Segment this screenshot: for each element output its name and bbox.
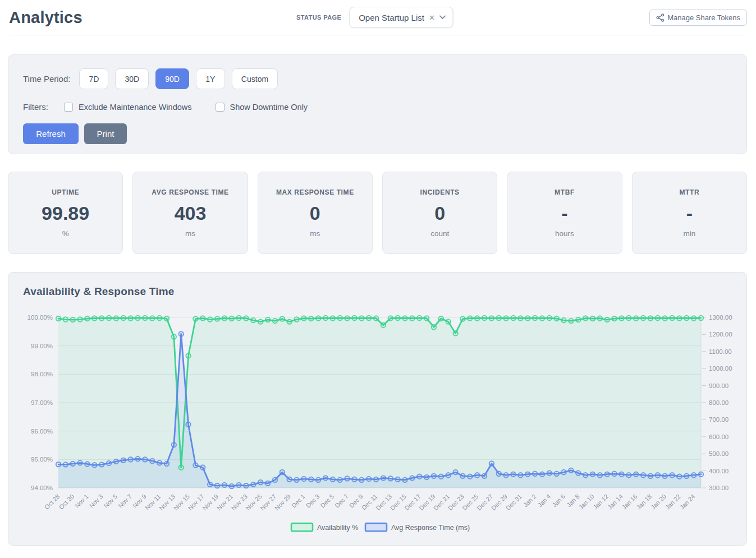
stat-unit: % xyxy=(62,229,69,238)
svg-text:98.00%: 98.00% xyxy=(31,371,53,377)
filters-panel: Time Period: 7D 30D 90D 1Y Custom Filter… xyxy=(8,54,747,154)
stat-label: UPTIME xyxy=(52,188,79,196)
stat-label: MAX RESPONSE TIME xyxy=(276,188,354,196)
stat-card-avg-response: AVG RESPONSE TIME 403 ms xyxy=(132,172,248,254)
stat-value: 99.89 xyxy=(42,202,89,224)
chevron-down-icon xyxy=(439,15,446,20)
svg-text:94.00%: 94.00% xyxy=(31,485,53,491)
availability-response-time-chart: 100.00%99.00%98.00%97.00%96.00%95.00%94.… xyxy=(8,273,746,545)
svg-text:100.00%: 100.00% xyxy=(28,314,53,321)
svg-text:Dec 3: Dec 3 xyxy=(305,493,321,509)
filters-row: Filters: Exclude Maintenance Windows Sho… xyxy=(23,102,732,112)
svg-text:Dec 31: Dec 31 xyxy=(505,493,523,511)
svg-text:Nov 29: Nov 29 xyxy=(273,493,292,511)
svg-text:1000.00: 1000.00 xyxy=(709,365,732,372)
share-icon xyxy=(656,13,665,22)
chart-panel: Availability & Response Time 100.00%99.0… xyxy=(8,272,747,546)
svg-text:400.00: 400.00 xyxy=(709,468,728,474)
clear-selection-icon[interactable]: ✕ xyxy=(428,13,436,22)
svg-text:Nov 5: Nov 5 xyxy=(103,493,119,509)
header-divider xyxy=(9,35,747,35)
svg-text:Jan 2: Jan 2 xyxy=(522,493,538,509)
svg-text:Jan 6: Jan 6 xyxy=(551,493,566,509)
stat-unit: ms xyxy=(185,229,195,238)
svg-text:Jan 22: Jan 22 xyxy=(664,493,682,511)
svg-text:Nov 3: Nov 3 xyxy=(88,493,104,509)
manage-share-tokens-button[interactable]: Manage Share Tokens xyxy=(649,10,747,26)
manage-share-tokens-label: Manage Share Tokens xyxy=(667,13,740,22)
svg-text:Dec 7: Dec 7 xyxy=(333,493,350,509)
svg-text:1300.00: 1300.00 xyxy=(709,314,732,321)
svg-text:Oct 28: Oct 28 xyxy=(43,493,61,510)
stat-card-uptime: UPTIME 99.89 % xyxy=(8,172,123,254)
svg-text:Nov 7: Nov 7 xyxy=(117,493,133,509)
show-downtime-checkbox[interactable] xyxy=(216,103,224,112)
svg-text:Jan 24: Jan 24 xyxy=(679,493,697,511)
stat-card-mttr: MTTR - min xyxy=(632,172,747,254)
stat-unit: ms xyxy=(310,229,320,238)
stat-unit: min xyxy=(683,229,695,238)
svg-text:Oct 30: Oct 30 xyxy=(58,493,75,510)
period-button-30d[interactable]: 30D xyxy=(115,68,149,89)
svg-text:Jan 4: Jan 4 xyxy=(537,493,552,509)
status-page-selector-group: STATUS PAGE Open Startup List ✕ xyxy=(296,7,453,28)
time-period-row: Time Period: 7D 30D 90D 1Y Custom xyxy=(23,68,732,89)
svg-text:99.00%: 99.00% xyxy=(31,343,53,349)
status-page-label: STATUS PAGE xyxy=(296,14,341,21)
stat-value: - xyxy=(561,202,567,224)
svg-text:Dec 5: Dec 5 xyxy=(319,493,335,509)
svg-text:95.00%: 95.00% xyxy=(31,456,53,463)
top-bar: Analytics STATUS PAGE Open Startup List … xyxy=(0,0,756,35)
svg-text:Jan 18: Jan 18 xyxy=(635,493,653,511)
time-period-label: Time Period: xyxy=(23,74,70,84)
svg-text:Jan 10: Jan 10 xyxy=(578,493,595,511)
stat-card-mtbf: MTBF - hours xyxy=(507,172,622,254)
svg-text:Jan 14: Jan 14 xyxy=(606,493,624,511)
stat-unit: hours xyxy=(555,229,574,238)
svg-text:700.00: 700.00 xyxy=(709,416,728,423)
page-title: Analytics xyxy=(9,8,83,27)
svg-text:Nov 1: Nov 1 xyxy=(74,493,90,509)
status-page-selected-value: Open Startup List xyxy=(359,13,424,22)
stat-value: 0 xyxy=(310,202,320,224)
svg-text:Avg Response Time (ms): Avg Response Time (ms) xyxy=(391,524,470,532)
actions-row: Refresh Print xyxy=(23,123,732,144)
exclude-maintenance-label: Exclude Maintenance Windows xyxy=(79,103,192,112)
stat-unit: count xyxy=(430,229,449,238)
svg-text:900.00: 900.00 xyxy=(709,382,728,389)
stat-value: - xyxy=(686,202,693,224)
svg-text:Jan 20: Jan 20 xyxy=(649,493,667,511)
status-page-dropdown[interactable]: Open Startup List ✕ xyxy=(349,7,453,28)
stat-value: 403 xyxy=(175,202,207,224)
stat-label: INCIDENTS xyxy=(420,188,460,196)
filters-label: Filters: xyxy=(23,102,48,112)
stat-card-max-response: MAX RESPONSE TIME 0 ms xyxy=(258,172,373,254)
svg-text:Jan 16: Jan 16 xyxy=(621,493,639,511)
svg-text:800.00: 800.00 xyxy=(709,399,728,406)
refresh-button[interactable]: Refresh xyxy=(23,123,79,144)
svg-text:97.00%: 97.00% xyxy=(31,399,53,406)
period-button-1y[interactable]: 1Y xyxy=(196,68,225,89)
stat-label: AVG RESPONSE TIME xyxy=(152,188,228,196)
print-button[interactable]: Print xyxy=(84,123,127,144)
svg-text:600.00: 600.00 xyxy=(709,434,728,440)
svg-text:96.00%: 96.00% xyxy=(31,428,53,435)
svg-text:Availability %: Availability % xyxy=(317,524,358,532)
period-button-90d[interactable]: 90D xyxy=(155,68,189,89)
period-button-7d[interactable]: 7D xyxy=(79,68,108,89)
exclude-maintenance-checkbox[interactable] xyxy=(64,103,73,112)
svg-text:1200.00: 1200.00 xyxy=(709,331,732,338)
stat-value: 0 xyxy=(434,202,445,224)
stat-label: MTTR xyxy=(679,188,699,196)
stats-row: UPTIME 99.89 % AVG RESPONSE TIME 403 ms … xyxy=(8,172,747,254)
period-button-custom[interactable]: Custom xyxy=(232,68,278,89)
stat-card-incidents: INCIDENTS 0 count xyxy=(382,172,497,254)
svg-text:500.00: 500.00 xyxy=(709,450,728,457)
svg-text:300.00: 300.00 xyxy=(709,485,728,491)
svg-text:Jan 12: Jan 12 xyxy=(592,493,610,511)
svg-text:Dec 1: Dec 1 xyxy=(290,493,306,509)
svg-text:1100.00: 1100.00 xyxy=(709,348,732,355)
stat-label: MTBF xyxy=(555,188,575,196)
show-downtime-label: Show Downtime Only xyxy=(230,103,308,112)
